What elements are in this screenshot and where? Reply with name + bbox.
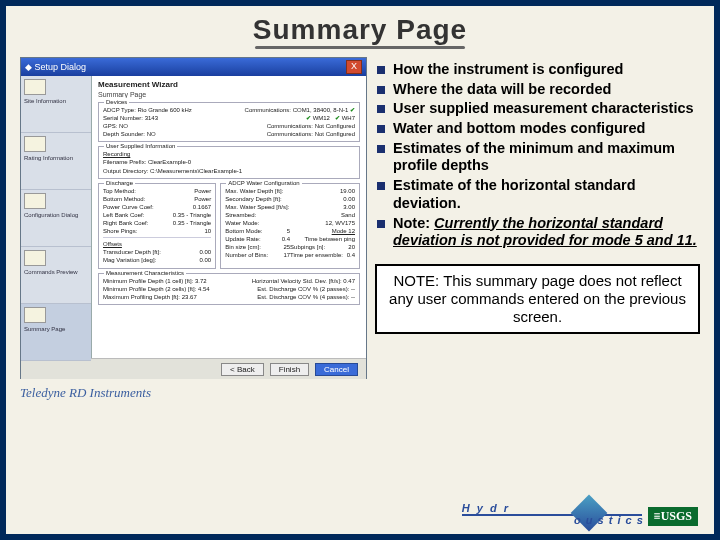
finish-button[interactable]: Finish bbox=[270, 363, 309, 376]
list-item: How the instrument is configured bbox=[375, 61, 700, 79]
page-icon bbox=[24, 79, 46, 95]
recording-heading: Recording bbox=[103, 150, 355, 158]
sidebar-item-summary-page[interactable]: Summary Page bbox=[21, 304, 91, 361]
offsets-heading: Offsets bbox=[103, 241, 122, 247]
group-legend: Discharge bbox=[104, 179, 135, 187]
slide-footer: H y d r o u s t i c s ≡USGS bbox=[462, 496, 698, 526]
group-adcp-config: ADCP Water Configuration Max. Water Dept… bbox=[220, 183, 360, 269]
wizard-subheading: Summary Page bbox=[98, 91, 360, 98]
branding-teledyne: Teledyne RD Instruments bbox=[20, 385, 365, 401]
page-title: Summary Page bbox=[6, 14, 714, 46]
group-measurement-characteristics: Measurement Characteristics Minimum Prof… bbox=[98, 273, 360, 305]
check-icon: ✔ bbox=[306, 115, 311, 121]
app-icon: ◆ bbox=[25, 62, 32, 72]
check-icon: ✔ bbox=[350, 107, 355, 113]
screenshot-setup-dialog: ◆ Setup Dialog X Site Information Rating… bbox=[20, 57, 367, 379]
group-user-info: User Supplied Information Recording File… bbox=[98, 146, 360, 178]
window-title: ◆ Setup Dialog bbox=[25, 62, 86, 72]
group-devices: Devices ADCP Type: Rio Grande 600 kHzCom… bbox=[98, 102, 360, 142]
list-item: Where the data will be recorded bbox=[375, 81, 700, 99]
note-box: NOTE: This summary page does not reflect… bbox=[375, 264, 700, 334]
wizard-main: Measurement Wizard Summary Page Devices … bbox=[92, 76, 366, 358]
list-item: Water and bottom modes configured bbox=[375, 120, 700, 138]
group-legend: User Supplied Information bbox=[104, 142, 177, 150]
group-legend: Measurement Characteristics bbox=[104, 269, 186, 277]
group-legend: Devices bbox=[104, 98, 129, 106]
sidebar-item-site-info[interactable]: Site Information bbox=[21, 76, 91, 133]
wizard-footer: < Back Finish Cancel bbox=[21, 358, 366, 379]
group-legend: ADCP Water Configuration bbox=[226, 179, 301, 187]
page-icon bbox=[24, 136, 46, 152]
window-titlebar: ◆ Setup Dialog X bbox=[21, 58, 366, 76]
list-item: Note: Currently the horizontal standard … bbox=[375, 215, 700, 250]
sidebar-item-commands-preview[interactable]: Commands Preview bbox=[21, 247, 91, 304]
cancel-button[interactable]: Cancel bbox=[315, 363, 358, 376]
back-button[interactable]: < Back bbox=[221, 363, 264, 376]
bullet-list: How the instrument is configured Where t… bbox=[375, 61, 700, 250]
wizard-sidebar: Site Information Rating Information Conf… bbox=[21, 76, 92, 358]
hydroacoustics-logo: H y d r o u s t i c s bbox=[462, 496, 642, 526]
sidebar-item-config-dialog[interactable]: Configuration Dialog bbox=[21, 190, 91, 247]
close-icon[interactable]: X bbox=[346, 60, 362, 74]
check-icon: ✔ bbox=[335, 115, 340, 121]
page-icon bbox=[24, 307, 46, 323]
list-item: Estimate of the horizontal standard devi… bbox=[375, 177, 700, 212]
sidebar-item-rating-info[interactable]: Rating Information bbox=[21, 133, 91, 190]
page-icon bbox=[24, 193, 46, 209]
usgs-logo: ≡USGS bbox=[648, 507, 698, 526]
list-item: User supplied measurement characteristic… bbox=[375, 100, 700, 118]
page-icon bbox=[24, 250, 46, 266]
list-item: Estimates of the minimum and maximum pro… bbox=[375, 140, 700, 175]
wizard-heading: Measurement Wizard bbox=[98, 80, 360, 89]
group-discharge: Discharge Top Method:Power Bottom Method… bbox=[98, 183, 216, 269]
